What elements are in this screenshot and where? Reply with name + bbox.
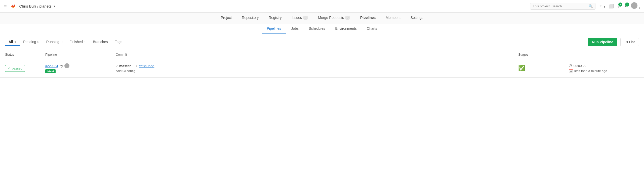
status-badge[interactable]: ✓ passed <box>5 65 25 72</box>
filter-finished-label: Finished <box>69 40 83 44</box>
commit-hash-link[interactable]: ee8a05cd <box>139 64 154 68</box>
search-input[interactable] <box>533 4 588 8</box>
run-pipeline-button[interactable]: Run Pipeline <box>588 38 617 46</box>
filter-tabs: All 1 Pending 0 Running 0 Finished 1 Bra… <box>5 38 588 46</box>
nav-registry[interactable]: Registry <box>264 13 287 23</box>
filter-pending-label: Pending <box>23 40 36 44</box>
top-navbar: ≡ Chris Burr / planets ▼ 🔍 + ▾ ⬜ ⇄ 1 ✓ 1… <box>0 0 644 13</box>
filter-bar: All 1 Pending 0 Running 0 Finished 1 Bra… <box>0 34 644 50</box>
nav-members[interactable]: Members <box>381 13 405 23</box>
pipeline-subtabs: Pipelines Jobs Schedules Environments Ch… <box>0 23 644 34</box>
clock-icon: ⏱ <box>569 64 572 68</box>
search-box[interactable]: 🔍 <box>530 3 595 10</box>
tab-jobs[interactable]: Jobs <box>286 23 304 34</box>
pipeline-id-link[interactable]: #220824 <box>45 64 58 68</box>
nav-settings[interactable]: Settings <box>406 13 428 23</box>
filter-actions: Run Pipeline CI Lint <box>588 38 639 46</box>
stage-check-icon: ✅ <box>518 65 525 72</box>
col-duration <box>569 53 639 56</box>
commit-arrow-icon: ⟶ <box>132 64 137 68</box>
todos-badge: 1 <box>625 3 629 7</box>
project-title[interactable]: Chris Burr / planets ▼ <box>19 4 56 8</box>
plus-icon: + <box>599 3 602 9</box>
tab-pipelines[interactable]: Pipelines <box>262 23 286 34</box>
filter-running-label: Running <box>46 40 59 44</box>
search-icon: 🔍 <box>589 4 593 8</box>
col-pipeline: Pipeline <box>45 53 116 56</box>
nav-project[interactable]: Project <box>216 13 237 23</box>
pipeline-author-avatar <box>64 63 69 68</box>
filter-tags-label: Tags <box>115 40 122 44</box>
table-row: ✓ passed #220824 by latest ⑂ master ⟶ ee… <box>0 59 644 78</box>
duration-cell: ⏱ 00:00:29 📅 less than a minute ago <box>569 64 639 73</box>
duration-row: ⏱ 00:00:29 <box>569 64 639 68</box>
status-check-icon: ✓ <box>8 66 11 70</box>
pipeline-by-text: by <box>60 64 63 68</box>
duration-value: 00:00:29 <box>574 64 586 68</box>
monitor-icon[interactable]: ⬜ <box>609 4 614 9</box>
gitlab-logo <box>10 3 17 10</box>
hamburger-icon[interactable]: ≡ <box>4 4 7 9</box>
filter-finished[interactable]: Finished 1 <box>66 38 89 46</box>
table-header: Status Pipeline Commit Stages <box>0 50 644 59</box>
col-commit: Commit <box>116 53 518 56</box>
status-cell: ✓ passed <box>5 65 45 72</box>
filter-all-label: All <box>9 40 13 44</box>
nav-repository[interactable]: Repository <box>237 13 264 23</box>
filter-tags[interactable]: Tags <box>111 38 126 46</box>
commit-cell: ⑂ master ⟶ ee8a05cd Add CI config <box>116 64 518 73</box>
user-avatar[interactable]: ▾ <box>631 2 640 10</box>
tab-charts[interactable]: Charts <box>362 23 382 34</box>
time-ago-row: 📅 less than a minute ago <box>569 69 639 73</box>
branch-name: master <box>119 64 131 68</box>
time-ago-value: less than a minute ago <box>574 69 607 73</box>
new-item-button[interactable]: + ▾ <box>599 3 605 9</box>
filter-all[interactable]: All 1 <box>5 38 20 46</box>
filter-pending-count: 0 <box>37 40 39 44</box>
merge-requests-badge: 1 <box>618 3 622 7</box>
pipeline-cell: #220824 by latest <box>45 63 116 73</box>
latest-badge: latest <box>45 69 56 73</box>
branch-icon: ⑂ <box>116 64 118 68</box>
nav-merge-requests[interactable]: Merge Requests 0 <box>313 13 355 23</box>
filter-branches-label: Branches <box>93 40 108 44</box>
avatar-image <box>631 2 637 9</box>
col-stages: Stages <box>518 53 569 56</box>
filter-all-count: 1 <box>14 40 16 44</box>
tab-schedules[interactable]: Schedules <box>304 23 330 34</box>
filter-running[interactable]: Running 0 <box>43 38 66 46</box>
filter-pending[interactable]: Pending 0 <box>20 38 43 46</box>
tab-environments[interactable]: Environments <box>330 23 362 34</box>
filter-running-count: 0 <box>61 40 62 44</box>
ci-lint-button[interactable]: CI Lint <box>620 38 639 46</box>
nav-pipelines[interactable]: Pipelines <box>355 13 381 23</box>
project-dropdown-icon: ▼ <box>53 5 56 8</box>
filter-branches[interactable]: Branches <box>89 38 111 46</box>
stages-cell[interactable]: ✅ <box>518 65 569 72</box>
filter-finished-count: 1 <box>84 40 86 44</box>
nav-actions: + ▾ ⬜ ⇄ 1 ✓ 1 ▾ <box>599 2 640 10</box>
merge-requests-icon[interactable]: ⇄ 1 <box>617 4 621 9</box>
col-status: Status <box>5 53 45 56</box>
commit-message: Add CI config <box>116 69 518 73</box>
todos-icon[interactable]: ✓ 1 <box>624 4 627 9</box>
nav-issues[interactable]: Issues 0 <box>287 13 313 23</box>
calendar-icon: 📅 <box>569 69 573 73</box>
secondary-navbar: Project Repository Registry Issues 0 Mer… <box>0 13 644 23</box>
status-label: passed <box>12 66 22 70</box>
pipeline-info: #220824 by <box>45 63 116 68</box>
